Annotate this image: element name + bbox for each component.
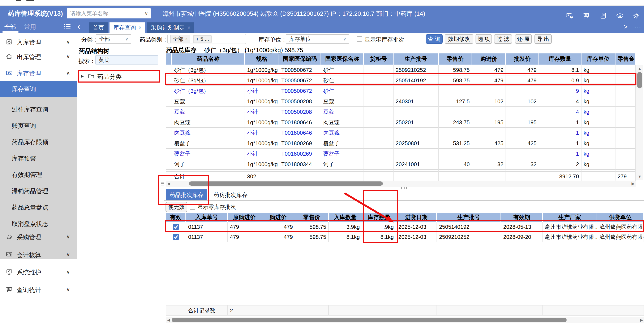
drug-type-more-tag[interactable]: + 5 ... bbox=[193, 35, 212, 43]
column-header[interactable]: 库存数量 bbox=[539, 53, 582, 65]
column-header[interactable]: 生产批号 bbox=[394, 53, 439, 65]
tab-drug-batch-stock[interactable]: 药品批次库存 bbox=[166, 189, 207, 201]
column-header[interactable]: 国家医保编码 bbox=[279, 53, 321, 65]
tab-scroll-left-icon[interactable]: ‹ bbox=[77, 21, 80, 31]
column-header[interactable]: 生产厂家 bbox=[543, 213, 597, 222]
column-header[interactable]: 零售金 bbox=[616, 53, 636, 65]
column-header[interactable]: 零售价 bbox=[439, 53, 472, 65]
stock-row[interactable]: 砂仁（3g/包）1g*1000g/kgT000500672砂仁250921025… bbox=[166, 65, 636, 75]
splitter-handle[interactable] bbox=[401, 187, 407, 189]
sidebar-group-系统维护[interactable]: 系统维护∨ bbox=[0, 266, 77, 278]
sidebar-item-药品总量盘点[interactable]: 药品总量盘点 bbox=[0, 203, 77, 212]
scope-tab-common[interactable]: 常用 bbox=[24, 23, 36, 31]
column-header[interactable]: 国家医保名称 bbox=[321, 53, 364, 65]
drug-type-multiselect[interactable]: 全部× + 5 ... bbox=[168, 34, 246, 44]
menu-search-combobox[interactable]: 请输入菜单名称 ∨ bbox=[67, 8, 151, 18]
column-header[interactable]: 供货单位 bbox=[597, 213, 644, 222]
batch-row[interactable]: 01137479479598.753.9kg.9kg2025-12-032505… bbox=[166, 222, 644, 232]
scroll-up-icon[interactable]: ▲ bbox=[638, 67, 642, 71]
sidebar-item-过往库存查询[interactable]: 过往库存查询 bbox=[0, 105, 77, 114]
dashboard-icon[interactable] bbox=[582, 12, 591, 19]
button-还原[interactable]: 还 原 bbox=[515, 34, 532, 44]
sidebar-item-库存查询[interactable]: 库存查询 bbox=[0, 81, 77, 97]
vertical-scrollbar[interactable]: ▲ ▼ bbox=[636, 65, 643, 180]
total-row[interactable]: 合计3023912.70279 bbox=[166, 172, 636, 181]
scroll-right-icon[interactable]: ▶ bbox=[640, 318, 643, 322]
batch-row[interactable]: 01137479479598.758.1kg8.1kg2025-12-03250… bbox=[166, 232, 644, 242]
column-header[interactable]: 有效期 bbox=[501, 213, 543, 222]
batch-zero-stock-checkbox[interactable] bbox=[190, 204, 195, 210]
row-valid-checkbox[interactable] bbox=[173, 224, 179, 230]
drug-type-tag[interactable]: 全部× bbox=[170, 35, 190, 43]
stock-row[interactable]: 诃子1g*1000g/kgT001800344诃子202410014032322… bbox=[166, 159, 636, 170]
stock-row[interactable]: 豆蔻1g*1000g/kgT000500208豆蔻240301127.51021… bbox=[166, 96, 636, 107]
page-tab-采购计划制定[interactable]: 采购计划制定× bbox=[147, 22, 194, 33]
horizontal-scrollbar[interactable]: ◀ ▶ bbox=[166, 181, 636, 186]
close-tab-icon[interactable]: × bbox=[187, 24, 190, 31]
scrollbar-thumb[interactable] bbox=[637, 72, 642, 88]
summary-row[interactable]: 合计记录数：2 bbox=[166, 305, 644, 316]
sidebar-group-会计核算[interactable]: 会计核算∨ bbox=[0, 248, 77, 261]
column-header[interactable]: 入库数量 bbox=[329, 213, 362, 222]
scroll-left-icon[interactable]: ◀ bbox=[167, 318, 170, 322]
scroll-down-icon[interactable]: ▼ bbox=[638, 174, 642, 178]
category-select[interactable]: 全部∨ bbox=[96, 34, 131, 44]
column-header[interactable]: 生产批号 bbox=[437, 213, 501, 222]
column-header[interactable]: 规格 bbox=[245, 53, 279, 65]
tree-expand-caret-icon[interactable]: ▶ bbox=[81, 74, 84, 78]
settings-gear-icon[interactable] bbox=[632, 12, 641, 19]
stock-row[interactable]: 砂仁（3g/包）1g*1000g/kgT000500672砂仁250514019… bbox=[166, 75, 636, 86]
sidebar-item-滞销药品管理[interactable]: 滞销药品管理 bbox=[0, 187, 77, 195]
sidebar-item-取消盘点状态[interactable]: 取消盘点状态 bbox=[0, 220, 77, 228]
button-导出[interactable]: 导 出 bbox=[534, 34, 552, 44]
column-header[interactable]: 原购进价 bbox=[228, 213, 262, 222]
scrollbar-thumb[interactable] bbox=[172, 318, 566, 322]
tab-pharmacy-batch-stock[interactable]: 药房批次库存 bbox=[210, 189, 250, 201]
sidebar-item-有效期管理[interactable]: 有效期管理 bbox=[0, 170, 77, 179]
subtotal-row[interactable]: 豆蔻小计T000500208豆蔻4kg bbox=[166, 107, 636, 117]
page-tab-首页[interactable]: 首页 bbox=[89, 22, 108, 33]
column-header[interactable]: 入库单号 bbox=[186, 213, 228, 222]
scrollbar-thumb[interactable] bbox=[189, 181, 383, 186]
scroll-left-icon[interactable]: ◀ bbox=[167, 182, 170, 186]
column-header[interactable] bbox=[166, 53, 172, 65]
stock-row[interactable]: 肉豆蔻1g*1000g/kgT001800646肉豆蔻250201243.751… bbox=[166, 117, 636, 128]
tab-scroll-right-icon[interactable]: > bbox=[624, 23, 628, 31]
receipt-icon[interactable] bbox=[599, 12, 608, 19]
sidebar-group-查询统计[interactable]: 查询统计∨ bbox=[0, 283, 77, 296]
column-header[interactable]: 批发价 bbox=[506, 53, 539, 65]
si-badge-icon[interactable]: SI bbox=[615, 12, 625, 19]
column-header[interactable]: 购进价 bbox=[262, 213, 295, 222]
tree-node-drug-category[interactable]: ▶ 药品分类 bbox=[77, 70, 161, 82]
sidebar-group-采购管理[interactable]: 采购管理∨ bbox=[0, 230, 77, 243]
column-header[interactable]: 药品名称 bbox=[172, 53, 245, 65]
button-效期修改[interactable]: 效期修改 bbox=[445, 34, 473, 44]
stock-row[interactable]: 覆盆子1g*1000g/kgT001800269覆盆子20250801531.2… bbox=[166, 138, 636, 149]
column-header[interactable]: 购进价 bbox=[472, 53, 506, 65]
sidebar-group-库存管理[interactable]: 库存管理∧ bbox=[0, 67, 77, 79]
chevron-down-icon[interactable]: ∨ bbox=[144, 10, 148, 16]
collapse-menu-icon[interactable] bbox=[64, 24, 70, 30]
column-header[interactable]: 库存数量 bbox=[362, 213, 396, 222]
unit-select[interactable]: 库存单位∨ bbox=[286, 34, 349, 44]
horizontal-scrollbar[interactable]: ◀ ▶ bbox=[166, 317, 644, 323]
sidebar-group-出库管理[interactable]: 出库管理∨ bbox=[0, 50, 77, 63]
tree-search-input[interactable]: 黄芪 bbox=[95, 55, 158, 65]
subtotal-row[interactable]: 覆盆子小计T001800269覆盆子1kg bbox=[166, 149, 636, 159]
page-tab-库存查询[interactable]: 库存查询× bbox=[110, 22, 145, 33]
column-header[interactable]: 零售价 bbox=[295, 213, 329, 222]
invalidate-button[interactable]: 使无效 bbox=[166, 202, 187, 212]
row-valid-checkbox[interactable] bbox=[173, 234, 179, 240]
sidebar-item-库存预警[interactable]: 库存预警 bbox=[0, 154, 77, 163]
sidebar-group-入库管理[interactable]: 入库管理∨ bbox=[0, 36, 77, 48]
subtotal-row[interactable]: 砂仁（3g/包）小计T000500672砂仁9kg bbox=[166, 86, 636, 96]
vertical-splitter-handle[interactable] bbox=[161, 182, 164, 186]
button-选项[interactable]: 选 项 bbox=[476, 34, 492, 44]
spacer-row[interactable] bbox=[166, 170, 636, 172]
tab-more-icon[interactable]: ⋯ bbox=[635, 23, 642, 30]
remove-tag-icon[interactable]: × bbox=[185, 36, 188, 42]
subtotal-row[interactable]: 肉豆蔻小计T001800646肉豆蔻1kg bbox=[166, 128, 636, 138]
button-查询[interactable]: 查 询 bbox=[426, 34, 442, 44]
scroll-right-icon[interactable]: ▶ bbox=[632, 182, 634, 186]
sidebar-item-账页查询[interactable]: 账页查询 bbox=[0, 122, 77, 130]
